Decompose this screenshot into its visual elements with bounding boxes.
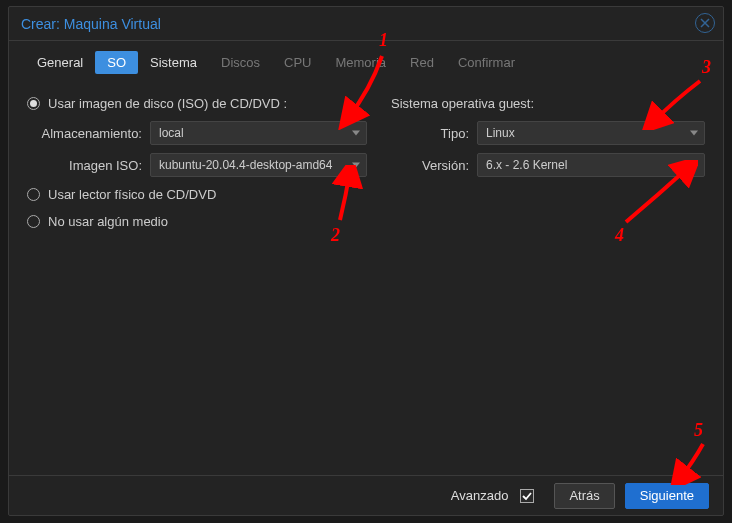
chevron-down-icon xyxy=(690,163,698,168)
tab-so[interactable]: SO xyxy=(95,51,138,74)
storage-dropdown[interactable]: local xyxy=(150,121,367,145)
storage-row: Almacenamiento: local xyxy=(27,117,367,149)
chevron-down-icon xyxy=(352,131,360,136)
chevron-down-icon xyxy=(690,131,698,136)
radio-label: Usar lector físico de CD/DVD xyxy=(48,187,216,202)
left-column: Usar imagen de disco (ISO) de CD/DVD : A… xyxy=(27,90,367,235)
tab-cpu[interactable]: CPU xyxy=(272,51,323,74)
next-button[interactable]: Siguiente xyxy=(625,483,709,509)
type-dropdown[interactable]: Linux xyxy=(477,121,705,145)
version-label: Versión: xyxy=(391,158,469,173)
vm-create-dialog: Crear: Maquina Virtual General SO Sistem… xyxy=(8,6,724,516)
radio-label: Usar imagen de disco (ISO) de CD/DVD : xyxy=(48,96,287,111)
tab-confirmar[interactable]: Confirmar xyxy=(446,51,527,74)
tab-memoria[interactable]: Memoria xyxy=(323,51,398,74)
tab-discos[interactable]: Discos xyxy=(209,51,272,74)
iso-label: Imagen ISO: xyxy=(27,158,142,173)
check-icon xyxy=(522,491,532,501)
type-label: Tipo: xyxy=(391,126,469,141)
chevron-down-icon xyxy=(352,163,360,168)
dialog-header: Crear: Maquina Virtual xyxy=(9,7,723,41)
tab-general[interactable]: General xyxy=(25,51,95,74)
radio-icon xyxy=(27,215,40,228)
tab-bar: General SO Sistema Discos CPU Memoria Re… xyxy=(9,41,723,82)
dialog-title: Crear: Maquina Virtual xyxy=(21,16,161,32)
storage-value: local xyxy=(159,126,184,140)
iso-row: Imagen ISO: kubuntu-20.04.4-desktop-amd6… xyxy=(27,149,367,181)
radio-label: No usar algún medio xyxy=(48,214,168,229)
advanced-label: Avanzado xyxy=(451,488,509,503)
advanced-checkbox[interactable] xyxy=(520,489,534,503)
guest-os-title: Sistema operativa guest: xyxy=(391,90,705,117)
version-dropdown[interactable]: 6.x - 2.6 Kernel xyxy=(477,153,705,177)
tab-sistema[interactable]: Sistema xyxy=(138,51,209,74)
storage-label: Almacenamiento: xyxy=(27,126,142,141)
close-button[interactable] xyxy=(695,13,715,33)
close-icon xyxy=(700,18,710,28)
iso-value: kubuntu-20.04.4-desktop-amd64 xyxy=(159,158,332,172)
version-row: Versión: 6.x - 2.6 Kernel xyxy=(391,149,705,181)
right-column: Sistema operativa guest: Tipo: Linux Ver… xyxy=(391,90,705,235)
iso-dropdown[interactable]: kubuntu-20.04.4-desktop-amd64 xyxy=(150,153,367,177)
radio-icon xyxy=(27,97,40,110)
dialog-body: Usar imagen de disco (ISO) de CD/DVD : A… xyxy=(9,82,723,243)
radio-icon xyxy=(27,188,40,201)
version-value: 6.x - 2.6 Kernel xyxy=(486,158,567,172)
radio-physical[interactable]: Usar lector físico de CD/DVD xyxy=(27,181,367,208)
radio-none[interactable]: No usar algún medio xyxy=(27,208,367,235)
tab-red[interactable]: Red xyxy=(398,51,446,74)
dialog-footer: Avanzado Atrás Siguiente xyxy=(9,475,723,515)
type-row: Tipo: Linux xyxy=(391,117,705,149)
back-button[interactable]: Atrás xyxy=(554,483,614,509)
radio-use-iso[interactable]: Usar imagen de disco (ISO) de CD/DVD : xyxy=(27,90,367,117)
type-value: Linux xyxy=(486,126,515,140)
